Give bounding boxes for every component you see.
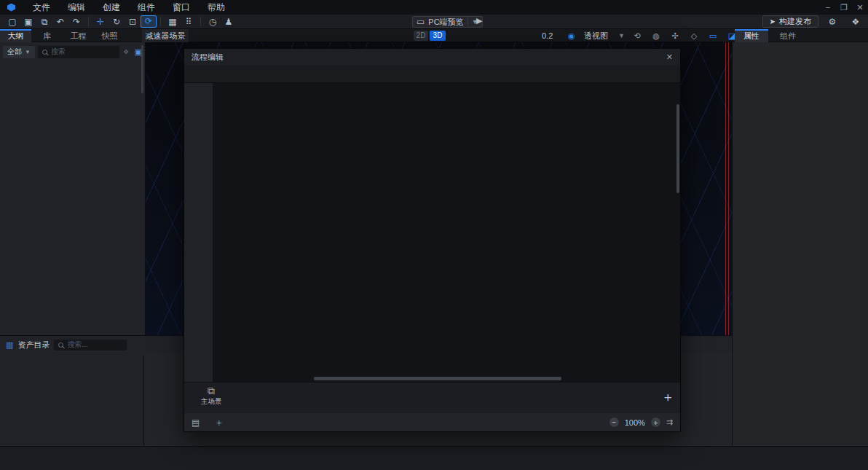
settings-gear-icon[interactable]: ⚙ — [824, 15, 840, 28]
toolbar-separator — [200, 17, 201, 26]
right-panel-tabs: 属性组件 — [732, 29, 868, 42]
scene-tab[interactable]: 减速器场景 — [142, 29, 189, 42]
organize-icon[interactable]: ⇉ — [666, 418, 673, 427]
send-icon: ➤ — [770, 17, 776, 26]
asset-search-input[interactable]: 搜索... — [54, 340, 127, 350]
video-camera-icon[interactable]: ◉ — [568, 29, 575, 42]
prefab-icon: ⧉ — [192, 385, 231, 397]
monitor-icon[interactable]: ▭ — [703, 29, 722, 42]
dialog-title: 流程编辑 — [192, 52, 224, 63]
add-script-tab-button[interactable]: ＋ — [207, 416, 231, 429]
grid-icon[interactable]: ▦ — [165, 15, 181, 28]
preview-device-label: PC端预览 — [428, 17, 463, 28]
outline-search-input[interactable]: 搜索 — [38, 46, 119, 58]
outline-scrollbar[interactable] — [141, 45, 143, 93]
save-icon[interactable]: ▣ — [20, 15, 36, 28]
tab-快照[interactable]: 快照 — [94, 29, 125, 42]
toolbar-separator — [88, 17, 89, 26]
panel-tab-row: 大纲库工程快照 减速器场景 2D 3D 0.2 ◉ 透视图 ▼ ⟲◍✣◇▭◪ 属… — [0, 29, 868, 42]
projection-dropdown[interactable]: 透视图 ▼ — [584, 29, 625, 42]
viewport-bar-icons: ⟲◍✣◇▭◪ — [628, 29, 741, 42]
menu-item[interactable]: 组件 — [129, 0, 164, 15]
app-logo-icon — [7, 4, 15, 12]
rotate-icon[interactable]: ↻ — [108, 15, 125, 28]
play-button[interactable]: ▶ — [476, 16, 482, 26]
menu-item[interactable]: 窗口 — [164, 0, 199, 15]
mode-3d-toggle[interactable]: 3D — [430, 31, 446, 41]
search-icon — [42, 50, 47, 55]
red-axis-line — [728, 42, 729, 337]
mode-2d-toggle[interactable]: 2D — [414, 31, 428, 41]
zoom-level: 100% — [625, 418, 645, 427]
menu-item[interactable]: 创建 — [94, 0, 129, 15]
close-icon[interactable]: ✕ — [666, 52, 673, 62]
zoom-in-button[interactable]: ＋ — [651, 418, 660, 427]
tab-大纲[interactable]: 大纲 — [0, 29, 31, 42]
toolbar-right-icons: ⚙❖ — [824, 15, 864, 28]
camera-switch-icon[interactable]: ⟲ — [628, 29, 647, 42]
camera-speed-value: 0.2 — [542, 29, 553, 42]
preview-device-dropdown[interactable]: ▭ PC端预览 ▼ — [412, 16, 483, 28]
save-all-icon[interactable]: ⧉ — [36, 15, 52, 28]
search-placeholder: 搜索 — [51, 47, 66, 57]
asset-directory-tree — [0, 355, 144, 446]
add-scene-button[interactable]: ＋ — [661, 388, 674, 406]
search-icon — [58, 342, 63, 348]
filter-dropdown[interactable]: 全部 ▼ — [3, 46, 35, 58]
fullscreen-icon[interactable]: ❖ — [848, 15, 864, 28]
properties-panel — [732, 42, 868, 446]
outline-filter-row: 全部 ▼ 搜索 ✧▣ — [0, 42, 145, 61]
main-toolbar: ▢▣⧉↶↷✛↻⊡⟳▦⠿◷♟ ▭ PC端预览 ▼ ▶ ➤ 构建发布 ⚙❖ — [0, 15, 868, 29]
caret-down-icon: ▼ — [25, 49, 31, 55]
restore-icon[interactable]: ❐ — [836, 0, 852, 15]
outline-panel: 全部 ▼ 搜索 ✧▣ — [0, 42, 146, 335]
flow-editor-dialog: 流程编辑 ✕ ⧉ 主场景 ＋ ▤ ＋ − 100% ＋ ⇉ — [184, 48, 681, 432]
build-publish-button[interactable]: ➤ 构建发布 — [762, 15, 818, 28]
scale-icon[interactable]: ⊡ — [125, 15, 141, 28]
new-file-icon[interactable]: ▢ — [4, 15, 20, 28]
menu-item[interactable]: 文件 — [24, 0, 59, 15]
tab-属性[interactable]: 属性 — [735, 29, 768, 42]
block-toolbox — [184, 83, 213, 382]
globe-icon[interactable]: ◍ — [647, 29, 666, 42]
window-controls: −❐✕ — [820, 0, 868, 15]
tab-工程[interactable]: 工程 — [63, 29, 94, 42]
outline-header-icons: ✧▣ — [122, 47, 142, 57]
menu-bar: 文件编辑创建组件窗口帮助 — [24, 0, 234, 15]
filter-label: 全部 — [7, 47, 22, 57]
cube-icon[interactable]: ◇ — [684, 29, 703, 42]
projection-label: 透视图 — [584, 29, 608, 42]
snap-grid-icon[interactable]: ⠿ — [181, 15, 197, 28]
canvas-vertical-scrollbar[interactable] — [676, 104, 679, 193]
close-icon[interactable]: ✕ — [852, 0, 868, 15]
catalog-icon: ▥ — [6, 340, 13, 350]
history-icon[interactable]: ◷ — [205, 15, 221, 28]
script-icon: ▤ — [192, 418, 200, 428]
zoom-controls: − 100% ＋ ⇉ — [609, 418, 680, 427]
local-transform-icon[interactable]: ⟳ — [141, 15, 157, 28]
pose-filter-icon[interactable]: ✧ — [122, 47, 129, 57]
monitor-icon: ▭ — [417, 15, 425, 28]
menu-item[interactable]: 编辑 — [59, 0, 94, 15]
tab-库[interactable]: 库 — [31, 29, 63, 42]
plugin-icon[interactable]: ♟ — [221, 15, 237, 28]
menu-item[interactable]: 帮助 — [199, 0, 234, 15]
undo-icon[interactable]: ↶ — [52, 15, 68, 28]
redo-icon[interactable]: ↷ — [68, 15, 84, 28]
minimize-icon[interactable]: − — [820, 0, 836, 15]
build-publish-label: 构建发布 — [779, 16, 811, 27]
block-canvas[interactable] — [213, 83, 680, 382]
app-window: 文件编辑创建组件窗口帮助 −❐✕ ▢▣⧉↶↷✛↻⊡⟳▦⠿◷♟ ▭ PC端预览 ▼… — [0, 0, 868, 470]
search-placeholder: 搜索... — [67, 340, 87, 350]
canvas-horizontal-scrollbar[interactable] — [314, 377, 561, 380]
status-bar — [0, 446, 868, 470]
toolbar-icons: ▢▣⧉↶↷✛↻⊡⟳▦⠿◷♟ — [0, 15, 237, 28]
zoom-out-button[interactable]: − — [609, 418, 619, 427]
main-scene-item[interactable]: ⧉ 主场景 — [192, 385, 231, 407]
toolbar-separator — [160, 17, 161, 26]
gizmo-icon[interactable]: ✣ — [666, 29, 684, 42]
toolbar-right: ➤ 构建发布 ⚙❖ — [762, 15, 868, 28]
tab-组件[interactable]: 组件 — [771, 29, 805, 42]
dialog-title-bar[interactable]: 流程编辑 ✕ — [184, 49, 680, 65]
move-icon[interactable]: ✛ — [92, 15, 108, 28]
